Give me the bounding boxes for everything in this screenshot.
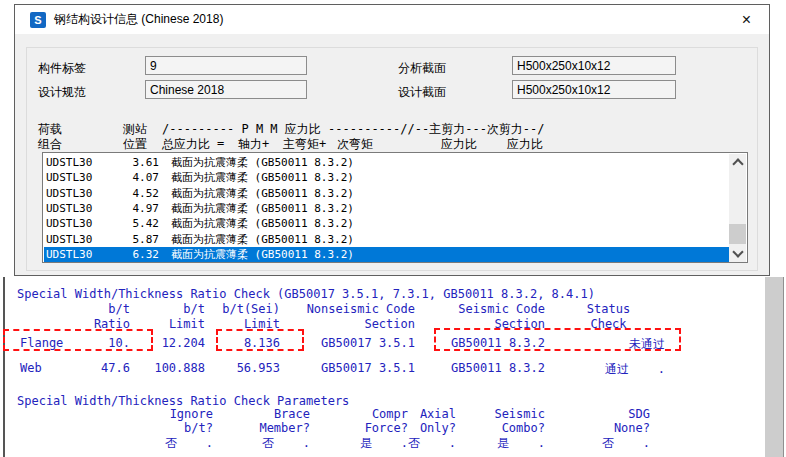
design-section-caption: 设计截面 [398, 84, 446, 101]
parameter-header-cell: None? [560, 421, 650, 435]
member-label-field[interactable] [145, 56, 307, 75]
parameter-header-cell: Combo? [455, 421, 545, 435]
panel-scrollbar[interactable] [765, 277, 784, 457]
scrollbar-thumb[interactable] [729, 224, 746, 244]
parameter-header-cell: Member? [220, 421, 310, 435]
parameters-header2: b/t?Member?Force?Only?Combo?None? [0, 421, 760, 435]
list-item-message: 截面为抗震薄柔 (GB50011 8.3.2) [171, 186, 354, 201]
dialog-title: 钢结构设计信息 (Chinese 2018) [54, 11, 223, 28]
ratio-check-header1: b/tb/tb/t(Sei)Nonseismic CodeSeismic Cod… [0, 302, 760, 316]
ratio-check-cell-nonseismic_section: GB50017 3.5.1 [290, 361, 415, 375]
list-item[interactable]: UDSTL305.87截面为抗震薄柔 (GB50011 8.3.2) [44, 232, 730, 247]
results-header-segment: 总应力比 [162, 136, 210, 153]
dialog-titlebar[interactable]: S 钢结构设计信息 (Chinese 2018) × [15, 5, 769, 34]
results-header-segment: 应力比 [441, 136, 477, 153]
ratio-check-header-cell: b/t [55, 302, 130, 316]
parameters-header1: IgnoreBraceComprAxialSeismicSDG [0, 407, 760, 421]
list-item-message: 截面为抗震薄柔 (GB50011 8.3.2) [171, 232, 354, 247]
results-list[interactable]: UDSTL303.61截面为抗震薄柔 (GB50011 8.3.2)UDSTL3… [42, 152, 748, 263]
list-item-message: 截面为抗震薄柔 (GB50011 8.3.2) [171, 155, 354, 170]
parameter-value-cell: 是 . [455, 435, 545, 452]
ratio-check-cell-sei_limit: 56.953 [200, 361, 280, 375]
parameter-header-cell: b/t? [123, 421, 213, 435]
scroll-down-button[interactable] [729, 245, 746, 262]
list-item-station: 5.42 [84, 216, 159, 231]
ratio-check-header-cell: Status [552, 302, 665, 316]
list-item-station: 3.61 [84, 155, 159, 170]
list-item-message: 截面为抗震薄柔 (GB50011 8.3.2) [171, 170, 354, 185]
results-header-segment: 主弯矩+ [283, 136, 326, 153]
parameter-header-cell: SDG [560, 407, 650, 421]
list-item-station: 4.07 [84, 170, 159, 185]
list-item-message: 截面为抗震薄柔 (GB50011 8.3.2) [171, 247, 354, 262]
parameters-title: Special Width/Thickness Ratio Check Para… [17, 394, 777, 408]
list-item-station: 6.32 [84, 247, 159, 262]
annotation-box-seismic-status [434, 328, 681, 351]
list-item[interactable]: UDSTL304.97截面为抗震薄柔 (GB50011 8.3.2) [44, 201, 730, 216]
ratio-check-header-cell: Nonseismic Code [290, 302, 415, 316]
chevron-down-icon [732, 246, 743, 257]
ratio-check-cell-ratio: 47.6 [55, 361, 130, 375]
list-item-station: 4.97 [84, 201, 159, 216]
ratio-check-cell-status: 通过 . [552, 361, 665, 378]
parameter-header-cell: Axial [366, 407, 456, 421]
sap2000-app-icon: S [30, 12, 46, 28]
results-header-segment: 次弯矩 [337, 136, 373, 153]
ratio-check-cell-seismic_section: GB50011 8.3.2 [420, 361, 545, 375]
screen: S 钢结构设计信息 (Chinese 2018) × 构件标签 设计规范 分析截… [0, 0, 786, 457]
list-item[interactable]: UDSTL303.61截面为抗震薄柔 (GB50011 8.3.2) [44, 155, 730, 170]
member-label-caption: 构件标签 [38, 60, 86, 77]
parameter-header-cell: Only? [366, 421, 456, 435]
ratio-check-cell-nonseismic_section: GB50017 3.5.1 [290, 336, 415, 350]
list-item[interactable]: UDSTL304.52截面为抗震薄柔 (GB50011 8.3.2) [44, 186, 730, 201]
ratio-check-cell-limit: 100.888 [130, 361, 205, 375]
results-list-scrollbar[interactable] [729, 154, 746, 262]
list-item-station: 5.87 [84, 232, 159, 247]
results-header-segment: 应力比 [507, 136, 543, 153]
list-item-message: 截面为抗震薄柔 (GB50011 8.3.2) [171, 201, 354, 216]
close-button[interactable]: × [724, 5, 769, 34]
parameter-header-cell: Brace [220, 407, 310, 421]
ratio-check-header-cell: Section [290, 317, 415, 331]
ratio-check-header-cell: b/t [130, 302, 205, 316]
parameter-value-cell: 否 . [123, 435, 213, 452]
list-item-station: 4.52 [84, 186, 159, 201]
parameter-value-cell: 否 . [220, 435, 310, 452]
list-item[interactable]: UDSTL304.07截面为抗震薄柔 (GB50011 8.3.2) [44, 170, 730, 185]
parameter-header-cell: Ignore [123, 407, 213, 421]
list-item[interactable]: UDSTL305.42截面为抗震薄柔 (GB50011 8.3.2) [44, 216, 730, 231]
parameter-value-cell: 否 . [366, 435, 456, 452]
results-header-segment: 组合 [38, 136, 62, 153]
results-header-segment: 位置 [123, 136, 147, 153]
analysis-section-field[interactable] [512, 56, 676, 75]
results-header-segment: 轴力+ [238, 136, 269, 153]
ratio-check-title: Special Width/Thickness Ratio Check (GB5… [17, 287, 777, 301]
parameter-header-cell: Seismic [455, 407, 545, 421]
analysis-section-caption: 分析截面 [398, 60, 446, 77]
ratio-check-header-cell: b/t(Sei) [200, 302, 280, 316]
scroll-up-button[interactable] [729, 154, 746, 171]
design-code-field[interactable] [145, 80, 307, 99]
parameter-value-cell: 否 . [560, 435, 650, 452]
annotation-box-flange-ratio [3, 329, 153, 351]
chevron-up-icon [732, 158, 743, 169]
design-section-field[interactable] [512, 80, 676, 99]
dialog-body: 构件标签 设计规范 分析截面 设计截面 荷载测站/--------- P M M… [15, 34, 769, 275]
list-item[interactable]: UDSTL306.32截面为抗震薄柔 (GB50011 8.3.2) [44, 247, 730, 262]
ratio-check-panel: Special Width/Thickness Ratio Check (GB5… [0, 277, 786, 457]
ratio-check-row-web: Web47.6100.88856.953GB50017 3.5.1GB50011… [0, 361, 760, 375]
design-code-caption: 设计规范 [38, 84, 86, 101]
results-header-segment: = [217, 136, 224, 150]
steel-design-info-dialog: S 钢结构设计信息 (Chinese 2018) × 构件标签 设计规范 分析截… [14, 4, 770, 276]
list-item-message: 截面为抗震薄柔 (GB50011 8.3.2) [171, 216, 354, 231]
ratio-check-header-cell: Seismic Code [420, 302, 545, 316]
parameters-values: 否 .否 .是 .否 .是 .否 . [0, 435, 760, 449]
annotation-box-seismic-limit [216, 329, 304, 351]
